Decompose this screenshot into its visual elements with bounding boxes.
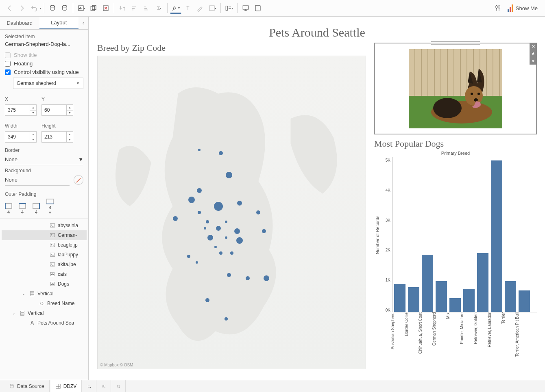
background-dropdown[interactable]: None (5, 174, 70, 186)
map-point[interactable] (216, 226, 221, 231)
save-button[interactable] (59, 2, 70, 14)
width-input[interactable]: ▲▼ (5, 131, 37, 143)
sort-desc-button[interactable] (141, 2, 153, 14)
show-cards-button[interactable]: ▾ (223, 2, 235, 14)
item-hierarchy-tree[interactable]: abyssiniaGerman-beagle.jplabPuppyakita.j… (0, 219, 88, 380)
tree-item[interactable]: ⌄Vertical (2, 308, 87, 318)
x-tick-label: Chihuahua, Short Coat (418, 312, 432, 369)
format-button[interactable] (194, 2, 206, 14)
swap-button[interactable] (117, 2, 128, 14)
highlight-button[interactable]: ▾ (170, 2, 181, 14)
sheet-tab-active[interactable]: DDZV (50, 380, 82, 392)
x-input[interactable]: ▲▼ (5, 104, 37, 116)
map-point[interactable] (214, 246, 217, 248)
border-dropdown[interactable]: None▼ (5, 154, 83, 165)
labels-button[interactable]: T (182, 2, 194, 14)
svg-text:+: + (54, 8, 57, 12)
map-point[interactable] (187, 255, 190, 258)
new-sheet-button[interactable]: ▾ (76, 2, 87, 14)
tree-item[interactable]: -O-Breed Name (2, 299, 87, 308)
find-button[interactable] (492, 2, 504, 14)
map-viz[interactable]: © Mapbox © OSM (97, 56, 366, 369)
map-point[interactable] (188, 197, 195, 203)
tree-item[interactable]: cats (2, 269, 87, 279)
height-input[interactable]: ▲▼ (41, 131, 73, 143)
selected-item-value: German-Shepherd-Dog-la... (5, 41, 83, 47)
more-button[interactable]: ▾ (530, 57, 537, 65)
bar[interactable] (463, 289, 475, 312)
background-none-icon[interactable] (74, 175, 83, 185)
data-source-tab[interactable]: Data Source (4, 380, 50, 392)
y-input[interactable]: ▲▼ (41, 104, 73, 116)
pin-button[interactable] (530, 50, 537, 57)
tree-item[interactable]: beagle.jp (2, 240, 87, 250)
drag-handle[interactable] (431, 41, 480, 45)
floating-checkbox[interactable]: Floating (5, 61, 83, 67)
bar[interactable] (491, 160, 502, 312)
fit-button[interactable]: ▾ (207, 2, 218, 14)
new-data-button[interactable]: + (47, 2, 58, 14)
totals-button[interactable]: Σ▾ (153, 2, 165, 14)
new-story-button[interactable]: + (112, 380, 126, 392)
map-point[interactable] (264, 275, 269, 281)
new-worksheet-button[interactable]: + (83, 380, 96, 392)
tree-item[interactable]: APets Around Sea (2, 318, 87, 328)
map-point[interactable] (226, 172, 232, 178)
map-point[interactable] (246, 276, 250, 280)
svg-text:+: + (119, 386, 120, 388)
svg-point-41 (477, 93, 480, 95)
tree-item[interactable]: akita.jpe (2, 260, 87, 269)
y-axis-ticks: 5K4K3K2K1K0K (381, 157, 392, 312)
back-button[interactable] (4, 2, 15, 14)
tree-item[interactable]: ⌄Vertical (2, 289, 87, 299)
map-point[interactable] (207, 235, 213, 240)
image-object-selected[interactable]: ✕ ▾ (374, 43, 537, 134)
show-title-checkbox[interactable]: Show title (5, 52, 83, 58)
bar[interactable] (477, 253, 488, 312)
tree-item[interactable]: Dogs (2, 279, 87, 289)
clear-sheet-button[interactable] (100, 2, 111, 14)
x-tick-label: Mix (446, 312, 460, 369)
map-point[interactable] (204, 227, 206, 230)
bar[interactable] (519, 290, 530, 312)
bar[interactable] (436, 281, 447, 312)
tree-item[interactable]: German- (2, 230, 87, 240)
tree-item[interactable]: labPuppy (2, 250, 87, 260)
forward-button[interactable] (16, 2, 28, 14)
bar[interactable] (422, 255, 433, 312)
bar[interactable] (505, 281, 516, 312)
map-point[interactable] (205, 298, 209, 302)
map-point[interactable] (262, 229, 266, 233)
sort-asc-button[interactable] (129, 2, 140, 14)
map-point[interactable] (214, 202, 223, 211)
show-me-button[interactable]: Show Me (504, 3, 541, 13)
collapse-panel-button[interactable]: ‹ (78, 17, 88, 29)
bar-chart[interactable] (392, 157, 537, 312)
tree-item[interactable]: abyssinia (2, 221, 87, 230)
svg-rect-13 (512, 4, 513, 12)
map-point[interactable] (196, 261, 198, 264)
visibility-checkbox[interactable]: Control visibility using value (5, 69, 83, 75)
undo-button[interactable] (28, 2, 40, 14)
svg-point-2 (63, 5, 67, 7)
visibility-value-dropdown[interactable]: German shepherd▼ (13, 78, 83, 89)
map-point[interactable] (225, 236, 227, 239)
bar[interactable] (408, 287, 419, 312)
dashboard-canvas[interactable]: Pets Around Seattle Breed by Zip Code © … (89, 17, 545, 380)
bar[interactable] (449, 298, 461, 312)
x-tick-label: Retriever, Golden (473, 312, 487, 369)
device-preview-button[interactable] (252, 2, 264, 14)
tab-layout[interactable]: Layout (39, 17, 79, 29)
bar[interactable] (394, 284, 405, 312)
tab-dashboard[interactable]: Dashboard (0, 17, 39, 29)
map-point[interactable] (219, 151, 223, 155)
presentation-button[interactable] (240, 2, 251, 14)
remove-button[interactable]: ✕ (530, 43, 537, 50)
map-point[interactable] (234, 228, 240, 234)
map-point[interactable] (230, 251, 233, 255)
new-dashboard-button[interactable]: + (97, 380, 111, 392)
svg-rect-12 (510, 7, 511, 12)
duplicate-button[interactable] (88, 2, 99, 14)
map-point[interactable] (227, 273, 231, 277)
outer-padding-controls[interactable]: 4 4 4 4▼ (5, 199, 83, 214)
